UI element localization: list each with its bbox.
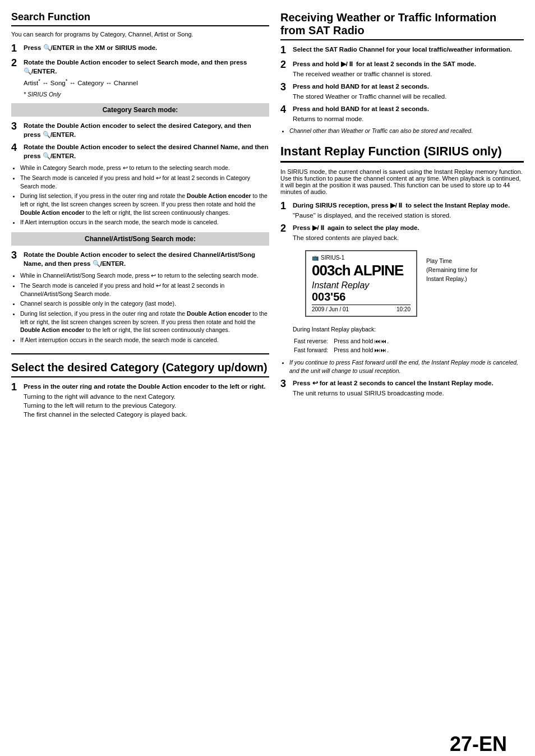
fast-forward-value: Press and hold ⏭⏭. [334, 346, 393, 354]
receiving-step-2: 2 Press and hold ▶/⏸ for at least 2 seco… [280, 59, 524, 79]
receiving-step-1: 1 Select the SAT Radio Channel for your … [280, 45, 524, 56]
display-date: 2009 / Jun / 01 [312, 306, 349, 312]
display-label: Instant Replay [312, 280, 411, 291]
instant-replay-bullets: If you continue to press Fast forward un… [289, 358, 524, 375]
instant-replay-section: Instant Replay Function (SIRIUS only) In… [280, 144, 524, 398]
replay-step-2-note: The stored contents are played back. [293, 233, 524, 242]
search-function-intro: You can search for programs by Category,… [11, 31, 269, 38]
search-function-section: Search Function You can search for progr… [11, 11, 269, 344]
receiving-step-4-note: Returns to normal mode. [293, 114, 524, 123]
receiving-step-4: 4 Press and hold BAND for at least 2 sec… [280, 104, 524, 123]
bullet-item: During list selection, if you press in t… [20, 310, 269, 334]
playback-row: Fast reverse: Press and hold ⏮⏮. [294, 337, 393, 345]
display-clock: 10:20 [396, 306, 411, 312]
search-icon-3: 🔍 [43, 131, 50, 138]
receiving-step-2-note: The received weather or traffic channel … [293, 70, 524, 79]
search-function-title: Search Function [11, 11, 269, 26]
bullet-item: If Alert interruption occurs in the sear… [20, 218, 269, 227]
search-icon-2: 🔍 [24, 68, 31, 75]
select-step-1: 1 Press in the outer ring and rotate the… [11, 382, 269, 419]
channel-step-3: 3 Rotate the Double Action encoder to se… [11, 250, 269, 268]
channel-search-bullets: While in Channel/Artist/Song Search mode… [20, 271, 269, 344]
instant-replay-intro: In SIRIUS mode, the current channel is s… [280, 168, 524, 195]
receiving-section: Receiving Weather or Traffic Information… [280, 11, 524, 135]
sirius-only-note: * SIRIUS Only [24, 91, 269, 98]
step-2: 2 Rotate the Double Action encoder to se… [11, 58, 269, 87]
bullet-item: Channel search is possible only in the c… [20, 299, 269, 308]
category-step-4: 4 Rotate the Double Action encoder to se… [11, 142, 269, 160]
display-time: 003'56 [312, 291, 411, 305]
page-number: 27-EN [450, 732, 507, 756]
display-header-text: SIRIUS-1 [321, 255, 344, 261]
search-icon-5: 🔍 [93, 260, 100, 267]
step-1: 1 Press 🔍/ENTER in the XM or SIRIUS mode… [11, 43, 269, 54]
receiving-step-3: 3 Press and hold BAND for at least 2 sec… [280, 82, 524, 101]
display-box: 📺 SIRIUS-1 003ch ALPINE Instant Replay 0… [305, 250, 417, 317]
search-icon-4: 🔍 [43, 153, 50, 159]
category-step-3: 3 Rotate the Double Action encoder to se… [11, 121, 269, 139]
replay-step-1-note: "Pause" is displayed, and the received s… [293, 211, 524, 220]
replay-step-3: 3 Press ↩ for at least 2 seconds to canc… [280, 379, 524, 398]
bullet-item: The Search mode is canceled if you press… [20, 174, 269, 190]
select-category-section: Select the desired Category (Category up… [11, 353, 269, 419]
bullet-item: If Alert interruption occurs in the sear… [20, 336, 269, 344]
fast-reverse-value: Press and hold ⏮⏮. [334, 337, 393, 345]
playback-label: During Instant Replay playback: [293, 326, 524, 333]
category-search-label: Category Search mode: [11, 103, 269, 117]
replay-step-1: 1 During SIRIUS reception, press ▶/⏸ to … [280, 201, 524, 220]
display-area: 📺 SIRIUS-1 003ch ALPINE Instant Replay 0… [293, 246, 524, 321]
play-time-note: Play Time(Remaining time forInstant Repl… [426, 257, 478, 283]
left-column: Search Function You can search for progr… [11, 11, 269, 422]
category-search-bullets: While in Category Search mode, press ↩ t… [20, 164, 269, 227]
bullet-item: If you continue to press Fast forward un… [289, 358, 524, 375]
receiving-title: Receiving Weather or Traffic Information… [280, 11, 524, 40]
playback-row: Fast forward: Press and hold ⏭⏭. [294, 346, 393, 354]
replay-step-2: 2 Press ▶/⏸ again to select the play mod… [280, 223, 524, 242]
instant-replay-title: Instant Replay Function (SIRIUS only) [280, 144, 524, 163]
display-channel: 003ch ALPINE [312, 262, 411, 279]
receiving-step-3-note: The stored Weather or Traffic channel wi… [293, 92, 524, 101]
select-category-title: Select the desired Category (Category up… [11, 361, 269, 377]
receiving-bullets: Channel other than Weather or Traffic ca… [289, 127, 524, 135]
tv-icon: 📺 [312, 255, 319, 261]
search-icon: 🔍 [43, 44, 51, 51]
channel-search-label: Channel/Artist/Song Search mode: [11, 232, 269, 246]
step-2-note: Artist* ↔ Song* ↔ Category ↔ Channel [24, 77, 269, 87]
bullet-item: While in Category Search mode, press ↩ t… [20, 164, 269, 172]
bullet-item: While in Channel/Artist/Song Search mode… [20, 271, 269, 280]
fast-reverse-label: Fast reverse: [294, 337, 333, 345]
bullet-item: The Search mode is canceled if you press… [20, 282, 269, 298]
select-note: Turning to the right will advance to the… [24, 392, 269, 419]
right-column: Receiving Weather or Traffic Information… [280, 11, 524, 422]
replay-step-3-note: The unit returns to usual SIRIUS broadca… [293, 389, 524, 398]
fast-forward-label: Fast forward: [294, 346, 333, 354]
bullet-item: During list selection, if you press in t… [20, 192, 269, 216]
playback-table: Fast reverse: Press and hold ⏮⏮. Fast fo… [293, 336, 394, 355]
bullet-item: Channel other than Weather or Traffic ca… [289, 127, 524, 135]
